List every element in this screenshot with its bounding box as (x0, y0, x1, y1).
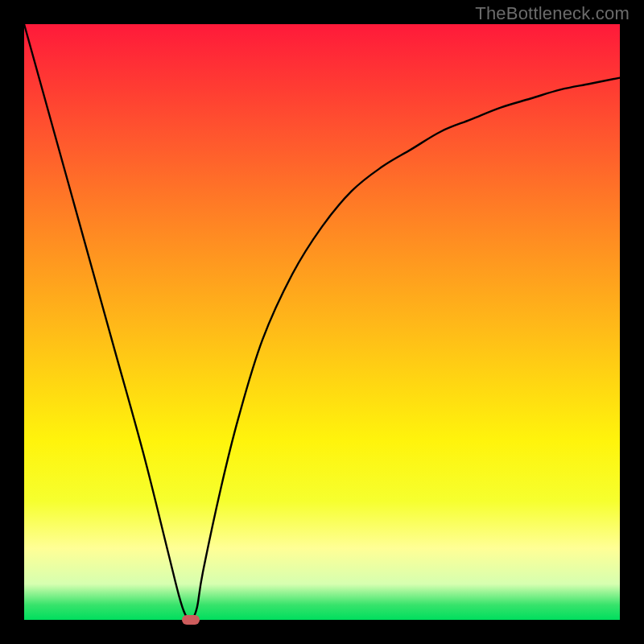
plot-area (24, 24, 620, 620)
watermark-text: TheBottleneck.com (475, 3, 630, 24)
bottleneck-curve (24, 24, 620, 620)
curve-svg (24, 24, 620, 620)
chart-frame: TheBottleneck.com (0, 0, 644, 644)
optimal-point-marker (182, 615, 200, 625)
